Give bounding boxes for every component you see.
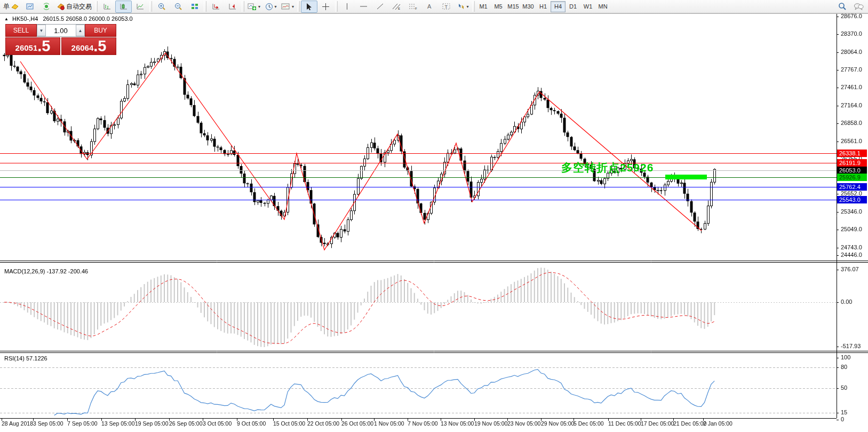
search-button[interactable] xyxy=(834,1,850,13)
chat-icon xyxy=(854,3,864,11)
cursor-icon xyxy=(306,3,313,11)
auto-scroll-button[interactable] xyxy=(208,1,224,13)
price-tick-label: 28676.0 xyxy=(841,13,867,19)
label-icon: T xyxy=(442,3,450,10)
trendline-icon xyxy=(376,3,384,10)
timeframe-W1[interactable]: W1 xyxy=(580,1,595,12)
autotrade-button[interactable]: 自动交易 xyxy=(54,1,94,13)
equidistant-channel-tool[interactable]: E xyxy=(388,1,405,13)
price-tick-label: 25346.0 xyxy=(841,208,867,215)
periods-button[interactable]: ▾ xyxy=(262,1,279,13)
macd-axis-label: 0.00 xyxy=(841,299,867,305)
timeframe-H1[interactable]: H1 xyxy=(536,1,551,12)
templates-button[interactable]: ▾ xyxy=(279,1,296,13)
dropdown-caret-icon[interactable]: ▾ xyxy=(258,4,260,9)
mt4-window: 单 自动交易 xyxy=(0,0,868,432)
sell-price-display[interactable]: 26051.5 xyxy=(5,37,60,55)
chart-canvas[interactable] xyxy=(0,0,868,432)
shapes-icon xyxy=(457,3,465,10)
buy-price-frac: .5 xyxy=(93,38,106,54)
pivot-annotation-text[interactable]: 多空转折点25926 xyxy=(561,160,654,175)
dropdown-caret-icon[interactable]: ▾ xyxy=(275,4,277,9)
fibonacci-tool[interactable]: F xyxy=(405,1,421,13)
trendline-tool[interactable] xyxy=(372,1,388,13)
new-order-button[interactable]: 单 xyxy=(1,1,21,13)
main-toolbar: 单 自动交易 xyxy=(0,0,868,13)
timeframe-bar: M1M5M15M30H1H4D1W1MN xyxy=(476,1,610,13)
price-tick-label: 27767.0 xyxy=(841,66,867,73)
time-tick-label: 23 Nov 05:00 xyxy=(507,420,540,427)
price-tag: 26338.1 xyxy=(837,150,867,157)
autotrade-icon xyxy=(57,3,65,10)
chat-button[interactable] xyxy=(850,1,867,13)
price-tick-label: 26561.0 xyxy=(841,138,867,144)
zoom-in-icon xyxy=(157,3,166,11)
volume-decrease-button[interactable]: ▼ xyxy=(37,25,46,36)
timeframe-D1[interactable]: D1 xyxy=(566,1,580,12)
auto-scroll-icon xyxy=(212,3,220,10)
new-order-icon xyxy=(11,3,19,10)
candlestick-chart-button[interactable] xyxy=(115,1,132,13)
time-tick-label: 7 Nov 05:00 xyxy=(408,420,438,427)
timeframe-M1[interactable]: M1 xyxy=(476,1,491,12)
text-tool[interactable]: A xyxy=(421,1,438,13)
sell-price-int: 26051 xyxy=(15,42,38,54)
crosshair-tool-button[interactable] xyxy=(317,1,334,13)
chart-shift-button[interactable] xyxy=(224,1,241,13)
broadcast-button[interactable] xyxy=(38,1,54,13)
time-tick-label: 9 Oct 05:00 xyxy=(237,420,266,427)
arrows-tool[interactable]: ▾ xyxy=(455,1,471,13)
horizontal-line-tool[interactable] xyxy=(355,1,372,13)
rsi-label: RSI(14) 57.1226 xyxy=(4,355,47,362)
price-tick-label: 27164.0 xyxy=(841,102,867,108)
crosshair-icon xyxy=(322,3,330,11)
svg-text:T: T xyxy=(445,4,448,10)
chart-ohlc-values: 26015.5 26058.0 26000.0 26053.0 xyxy=(43,15,132,22)
price-tick-label: 26858.0 xyxy=(841,120,867,126)
cursor-tool-button[interactable] xyxy=(301,1,317,13)
one-click-trading-panel: SELL ▼ 1.00 ▲ BUY 26051.5 26064.5 xyxy=(5,24,116,55)
bar-chart-button[interactable] xyxy=(99,1,115,13)
zoom-in-button[interactable] xyxy=(153,1,170,13)
price-tick-label: 28370.0 xyxy=(841,30,867,37)
time-tick-label: 21 Dec 05:00 xyxy=(673,420,706,427)
toolbar-separator xyxy=(472,1,475,12)
macd-name: MACD(12,26,9) xyxy=(4,268,45,274)
market-watch-button[interactable] xyxy=(21,1,38,13)
vertical-line-tool[interactable] xyxy=(339,1,355,13)
new-order-label: 单 xyxy=(3,2,10,11)
volume-increase-button[interactable]: ▲ xyxy=(76,25,85,36)
timeframe-M15[interactable]: M15 xyxy=(506,1,521,12)
timeframe-M30[interactable]: M30 xyxy=(521,1,536,12)
sell-button[interactable]: SELL xyxy=(5,24,37,37)
timeframe-H4[interactable]: H4 xyxy=(551,1,566,12)
indicators-button[interactable]: ▾ xyxy=(245,1,262,13)
timeframe-M5[interactable]: M5 xyxy=(491,1,506,12)
macd-axis-label: 376.07 xyxy=(841,266,867,272)
indicators-icon xyxy=(248,3,257,11)
dropdown-caret-icon[interactable]: ▾ xyxy=(467,4,469,9)
timeframe-MN[interactable]: MN xyxy=(595,1,610,12)
tile-windows-button[interactable] xyxy=(186,1,203,13)
toolbar-separator xyxy=(242,1,244,12)
buy-price-display[interactable]: 26064.5 xyxy=(61,37,116,55)
time-tick-label: 22 Oct 05:00 xyxy=(307,420,339,427)
toolbar-separator xyxy=(335,1,338,12)
line-chart-button[interactable] xyxy=(132,1,148,13)
zoom-out-icon xyxy=(174,3,182,11)
collapse-panel-arrow-icon[interactable]: ▲ xyxy=(4,17,9,21)
time-tick-label: 29 Nov 05:00 xyxy=(541,420,574,427)
buy-button[interactable]: BUY xyxy=(85,24,116,37)
clock-icon xyxy=(265,3,273,11)
chart-symbol-period: HK50-,H4 xyxy=(12,15,38,22)
text-label-tool[interactable]: T xyxy=(438,1,455,13)
sell-price-frac: .5 xyxy=(37,38,50,54)
horizontal-line-icon xyxy=(360,3,368,10)
dropdown-caret-icon[interactable]: ▾ xyxy=(292,4,294,9)
zoom-out-button[interactable] xyxy=(170,1,186,13)
toolbar-separator xyxy=(204,1,206,12)
time-tick-label: 13 Sep 05:00 xyxy=(101,420,134,427)
text-icon: A xyxy=(426,3,433,10)
volume-value[interactable]: 1.00 xyxy=(46,25,76,36)
macd-label: MACD(12,26,9) -137.92 -200.46 xyxy=(4,268,88,274)
